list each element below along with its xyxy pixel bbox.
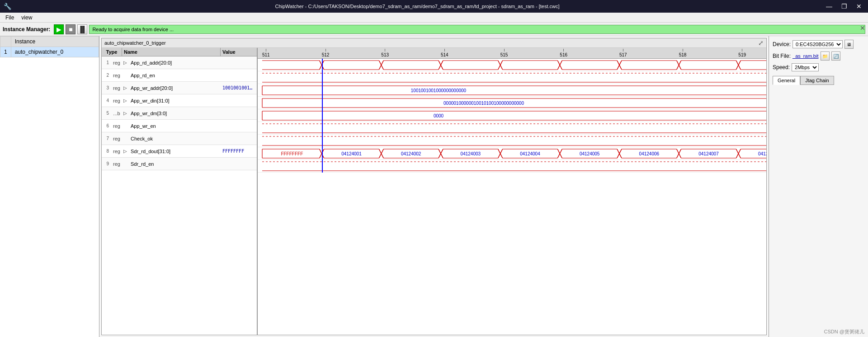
wave-row: [258, 160, 766, 173]
device-icon-button[interactable]: 🖥: [844, 40, 854, 49]
sig-value: [221, 62, 257, 64]
signal-row[interactable]: 1 reg ▷ App_rd_addr[20:0]: [102, 56, 257, 69]
svg-text:FFFFFFFF: FFFFFFFF: [281, 151, 303, 156]
tick-label: 513: [381, 52, 389, 57]
tab-jtag-chain[interactable]: Jtag Chain: [800, 76, 834, 85]
status-bar: Ready to acquire data from device ...: [89, 25, 865, 34]
wave-svg: FFFFFFFF04124001041240020412400304124004…: [258, 147, 766, 160]
pause-button[interactable]: ▐▌: [77, 24, 87, 34]
wave-svg: 00000100000010010100100000000000: [258, 97, 766, 109]
play-button[interactable]: ▶: [54, 24, 64, 34]
sig-name: Check_ok: [130, 136, 221, 141]
sig-num: 5: [102, 111, 110, 116]
sig-value: [221, 112, 257, 114]
sig-type: reg: [110, 73, 123, 78]
time-tick: 517: [619, 49, 627, 57]
wave-row: 00000100000010010100100000000000: [258, 97, 766, 109]
signal-row[interactable]: 6 reg App_wr_en: [102, 120, 257, 132]
right-panel: Device: 0:EC4S20BG256 🖥 Bit File: _as_ra…: [769, 36, 868, 337]
signal-row[interactable]: 4 reg ▷ App_wr_din[31:0]: [102, 94, 257, 107]
speed-label: Speed:: [773, 64, 790, 70]
tick-label: 519: [738, 52, 746, 57]
center-panel: auto_chipwatcher_0_trigger ⤢ Type Name V…: [99, 36, 769, 337]
tick-line: [385, 49, 385, 51]
wave-row: [258, 135, 766, 147]
svg-text:04124001: 04124001: [341, 151, 362, 156]
svg-text:0000: 0000: [434, 113, 444, 118]
toolbar-close-icon[interactable]: ✕: [860, 24, 865, 32]
sig-num: 2: [102, 73, 110, 78]
tick-line: [683, 49, 683, 51]
tick-line: [623, 49, 623, 51]
window-title: ChipWatcher - C:/Users/TAKSON/Desktop/de…: [11, 4, 823, 9]
instance-name: auto_chipwatcher_0: [11, 47, 99, 57]
wave-svg: 0000: [258, 109, 766, 122]
restore-button[interactable]: ❐: [839, 3, 850, 10]
signal-row[interactable]: 5 ...b ▷ App_wr_dm[3:0]: [102, 107, 257, 120]
wave-row: [258, 59, 766, 71]
sig-type: reg: [110, 136, 123, 141]
close-button[interactable]: ✕: [854, 3, 864, 10]
signal-row[interactable]: 9 reg Sdr_rd_en: [102, 158, 257, 170]
app-icon: 🔧: [4, 3, 11, 10]
svg-text:04124006: 04124006: [639, 151, 660, 156]
signal-row[interactable]: 8 reg ▷ Sdr_rd_dout[31:0] FFFFFFFF: [102, 145, 257, 158]
device-select[interactable]: 0:EC4S20BG256: [793, 40, 843, 48]
status-text: Ready to acquire data from device ...: [92, 27, 174, 32]
time-tick: 515: [500, 49, 508, 57]
bitfile-browse-button[interactable]: 📁: [821, 51, 830, 61]
bitfile-refresh-button[interactable]: 🔄: [831, 51, 840, 61]
sig-expand-icon[interactable]: ▷: [123, 149, 130, 154]
svg-text:04124005: 04124005: [580, 151, 600, 156]
sig-num: 7: [102, 136, 110, 141]
value-col-header: Value: [221, 48, 257, 56]
sig-name: App_wr_addr[20:0]: [130, 85, 221, 91]
tick-label: 518: [679, 52, 687, 57]
sig-name: App_rd_addr[20:0]: [130, 60, 221, 66]
sig-value: FFFFFFFF: [221, 148, 257, 154]
minimize-button[interactable]: —: [823, 3, 835, 10]
tick-line: [504, 49, 505, 51]
sig-expand-icon[interactable]: ▷: [123, 98, 130, 103]
wave-row: [258, 122, 766, 135]
bitfile-row: Bit File: _as_ram.bit 📁 🔄: [773, 51, 864, 61]
watermark: CSDN @煲粥佬儿: [824, 328, 864, 335]
sig-expand-icon[interactable]: ▷: [123, 60, 130, 65]
instance-row[interactable]: 1auto_chipwatcher_0: [0, 47, 99, 57]
tick-line: [742, 49, 742, 51]
sig-expand-icon[interactable]: ▷: [123, 85, 130, 90]
type-col-header: Type: [102, 48, 122, 56]
sig-name: App_wr_din[31:0]: [130, 98, 221, 103]
menu-file[interactable]: File: [2, 14, 18, 22]
wave-svg: 1001001001000000000000: [258, 84, 766, 97]
sig-name: Sdr_rd_en: [130, 161, 221, 167]
menu-view[interactable]: view: [18, 14, 36, 22]
sig-num: 4: [102, 98, 110, 103]
tick-line: [326, 49, 326, 51]
tick-label: 515: [500, 52, 508, 57]
tick-line: [563, 49, 564, 51]
sig-type: reg: [110, 85, 123, 91]
svg-text:04124008: 04124008: [758, 151, 766, 156]
sig-type: reg: [110, 60, 123, 66]
stop-button[interactable]: ■: [66, 24, 75, 34]
sig-name: App_rd_en: [130, 73, 221, 78]
device-label: Device:: [773, 41, 791, 47]
tab-general[interactable]: General: [773, 76, 800, 85]
sig-expand-icon[interactable]: ▷: [123, 111, 130, 116]
signal-row[interactable]: 2 reg App_rd_en: [102, 69, 257, 82]
speed-select[interactable]: 2Mbps: [792, 63, 819, 71]
sig-value: [221, 125, 257, 127]
sig-value: 1001001001000000000000: [221, 84, 257, 91]
instance-table: Instance 1auto_chipwatcher_0: [0, 36, 99, 57]
signal-row[interactable]: 7 reg Check_ok: [102, 132, 257, 145]
wave-svg: [258, 59, 766, 71]
sig-value: [221, 163, 257, 165]
wave-row: 1001001001000000000000: [258, 84, 766, 97]
waveform-rows: 1001001001000000000000000001000000100101…: [258, 59, 766, 173]
expand-button[interactable]: ⤢: [758, 39, 764, 47]
tick-label: 516: [560, 52, 567, 57]
signal-row[interactable]: 3 reg ▷ App_wr_addr[20:0] 10010010010000…: [102, 82, 257, 94]
sig-type: reg: [110, 98, 123, 103]
waveform-canvas[interactable]: 511512513514515516517518519520521522523 …: [258, 48, 766, 335]
